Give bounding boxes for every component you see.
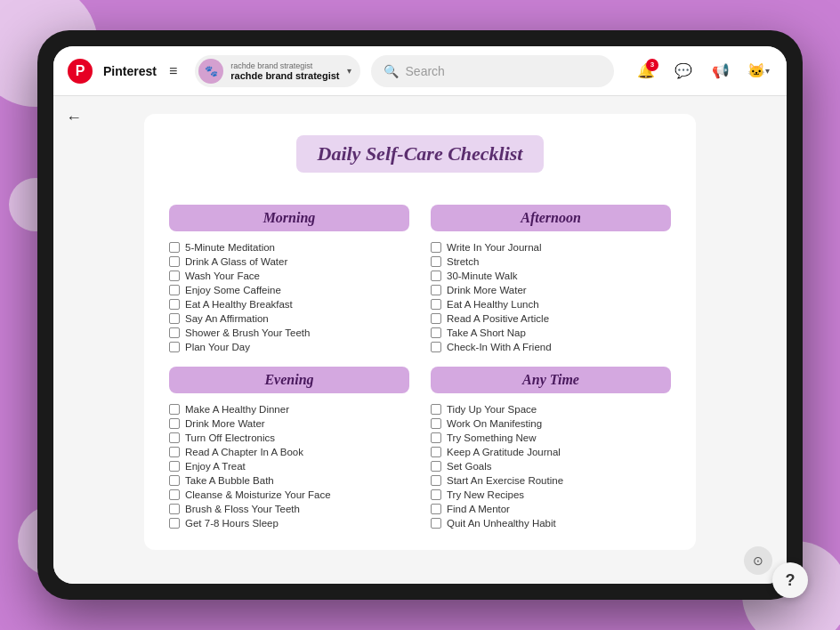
checkbox[interactable] [169,299,180,310]
tablet-frame: P Pinterest ≡ 🐾 rachde brand strategist … [37,30,803,600]
checklist-items-morning: 5-Minute MeditationDrink A Glass of Wate… [169,242,409,352]
scan-button[interactable]: ⊙ [744,546,772,575]
checkbox[interactable] [169,285,180,295]
checkbox[interactable] [431,242,441,253]
user-menu-button[interactable]: 🐱 ▾ [744,57,772,85]
checkbox[interactable] [431,475,441,486]
item-label: 5-Minute Meditation [185,242,275,253]
checklist-items-evening: Make A Healthy DinnerDrink More WaterTur… [169,404,409,529]
tablet-screen: P Pinterest ≡ 🐾 rachde brand strategist … [53,46,787,584]
checkbox[interactable] [431,256,441,267]
checkbox[interactable] [169,418,180,429]
list-item[interactable]: Enjoy A Treat [169,461,409,472]
list-item[interactable]: Start An Exercise Routine [431,475,671,486]
list-item[interactable]: 5-Minute Meditation [169,242,409,253]
list-item[interactable]: Stretch [431,256,671,267]
item-label: Set Goals [447,461,492,472]
item-label: Drink More Water [447,285,527,295]
list-item[interactable]: 30-Minute Walk [431,271,671,281]
list-item[interactable]: Eat A Healthy Breakfast [169,299,409,310]
list-item[interactable]: Turn Off Electronics [169,432,409,443]
list-item[interactable]: Read A Positive Article [431,313,671,324]
list-item[interactable]: Brush & Floss Your Teeth [169,504,409,514]
list-item[interactable]: Cleanse & Moisturize Your Face [169,489,409,500]
list-item[interactable]: Find A Mentor [431,504,671,514]
list-item[interactable]: Tidy Up Your Space [431,404,671,415]
checkbox[interactable] [431,518,441,529]
checkbox[interactable] [169,404,180,415]
checkbox[interactable] [431,313,441,324]
checkbox[interactable] [431,461,441,472]
checkbox[interactable] [169,256,180,267]
checkbox[interactable] [431,447,441,457]
checkbox[interactable] [431,285,441,295]
checkbox[interactable] [431,299,441,310]
list-item[interactable]: Say An Affirmation [169,313,409,324]
checkbox[interactable] [431,271,441,281]
list-item[interactable]: Take A Bubble Bath [169,475,409,486]
list-item[interactable]: Quit An Unhealthy Habit [431,518,671,529]
section-afternoon: AfternoonWrite In Your JournalStretch30-… [431,205,671,352]
checkbox[interactable] [169,461,180,472]
list-item[interactable]: Plan Your Day [169,342,409,352]
checkbox[interactable] [169,518,180,529]
account-name: rachde brand strategist [230,70,339,81]
item-label: Shower & Brush Your Teeth [185,327,310,338]
item-label: Drink A Glass of Water [185,256,287,267]
messages-button[interactable]: 💬 [669,57,698,85]
list-item[interactable]: Take A Short Nap [431,327,671,338]
checkbox[interactable] [169,313,180,324]
checkbox[interactable] [431,504,441,514]
checkbox[interactable] [431,432,441,443]
list-item[interactable]: Shower & Brush Your Teeth [169,327,409,338]
search-bar[interactable]: 🔍 Search [371,55,614,87]
checkbox[interactable] [431,489,441,500]
checkbox[interactable] [169,242,180,253]
notification-button[interactable]: 🔔 3 [632,57,660,85]
list-item[interactable]: Make A Healthy Dinner [169,404,409,415]
checkbox[interactable] [169,504,180,514]
checkbox[interactable] [169,432,180,443]
list-item[interactable]: Write In Your Journal [431,242,671,253]
checkbox[interactable] [169,447,180,457]
item-label: Stretch [447,256,479,267]
list-item[interactable]: Drink More Water [431,285,671,295]
list-item[interactable]: Get 7-8 Hours Sleep [169,518,409,529]
hamburger-icon[interactable]: ≡ [169,63,177,79]
chevron-down-icon: ▾ [347,66,351,76]
checkbox[interactable] [431,418,441,429]
bottom-bar: ⊙ [744,546,772,575]
list-item[interactable]: Eat A Healthy Lunch [431,299,671,310]
list-item[interactable]: Drink A Glass of Water [169,256,409,267]
checkbox[interactable] [169,342,180,352]
list-item[interactable]: Wash Your Face [169,271,409,281]
list-item[interactable]: Enjoy Some Caffeine [169,285,409,295]
header: P Pinterest ≡ 🐾 rachde brand strategist … [53,46,787,96]
checklist-items-afternoon: Write In Your JournalStretch30-Minute Wa… [431,242,671,352]
item-label: Read A Chapter In A Book [185,447,303,457]
checkbox[interactable] [169,489,180,500]
checkbox[interactable] [431,327,441,338]
checkbox[interactable] [431,404,441,415]
search-placeholder: Search [406,64,445,78]
checkbox[interactable] [169,475,180,486]
help-button[interactable]: ? [772,562,808,598]
list-item[interactable]: Read A Chapter In A Book [169,447,409,457]
item-label: Keep A Gratitude Journal [447,447,561,457]
checkbox[interactable] [169,271,180,281]
checkbox[interactable] [169,327,180,338]
user-chevron-icon: ▾ [765,66,770,76]
megaphone-button[interactable]: 📢 [707,57,735,85]
back-button[interactable]: ← [66,109,82,127]
account-switcher[interactable]: 🐾 rachde brand strategist rachde brand s… [195,55,359,87]
list-item[interactable]: Work On Manifesting [431,418,671,429]
list-item[interactable]: Drink More Water [169,418,409,429]
list-item[interactable]: Check-In With A Friend [431,342,671,352]
list-item[interactable]: Keep A Gratitude Journal [431,447,671,457]
checkbox[interactable] [431,342,441,352]
item-label: Write In Your Journal [447,242,542,253]
list-item[interactable]: Set Goals [431,461,671,472]
list-item[interactable]: Try Something New [431,432,671,443]
list-item[interactable]: Try New Recipes [431,489,671,500]
user-icon: 🐱 [747,62,765,79]
